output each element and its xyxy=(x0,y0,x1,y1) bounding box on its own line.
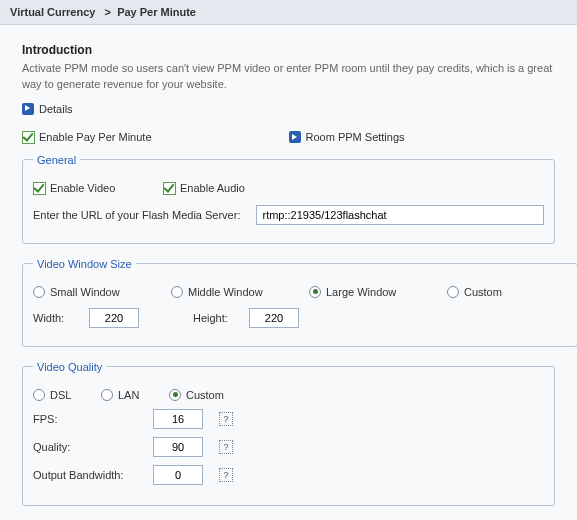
arrow-icon xyxy=(289,131,301,143)
bandwidth-input[interactable] xyxy=(153,465,203,485)
intro-text: Activate PPM mode so users can't view PP… xyxy=(22,61,555,93)
fps-input[interactable] xyxy=(153,409,203,429)
content-area: Introduction Activate PPM mode so users … xyxy=(0,25,577,520)
radio-small-window[interactable]: Small Window xyxy=(33,286,153,298)
quality-input[interactable] xyxy=(153,437,203,457)
quality-label: Quality: xyxy=(33,441,143,453)
window-size-legend: Video Window Size xyxy=(33,258,136,270)
radio-custom-window[interactable]: Custom xyxy=(447,286,567,298)
radio-icon xyxy=(101,389,113,401)
fps-label: FPS: xyxy=(33,413,143,425)
radio-lan[interactable]: LAN xyxy=(101,389,151,401)
breadcrumb-sep: > xyxy=(105,6,111,18)
breadcrumb-page: Pay Per Minute xyxy=(117,6,196,18)
radio-icon xyxy=(169,389,181,401)
radio-icon xyxy=(171,286,183,298)
radio-label: Middle Window xyxy=(188,286,263,298)
intro-title: Introduction xyxy=(22,43,555,57)
radio-icon xyxy=(33,389,45,401)
details-link[interactable]: Details xyxy=(22,103,555,115)
radio-label: LAN xyxy=(118,389,139,401)
breadcrumb-section: Virtual Currency xyxy=(10,6,95,18)
window-size-fieldset: Video Window Size Small Window Middle Wi… xyxy=(22,258,577,347)
flash-url-input[interactable] xyxy=(256,205,544,225)
width-input[interactable] xyxy=(89,308,139,328)
video-quality-legend: Video Quality xyxy=(33,361,106,373)
url-label: Enter the URL of your Flash Media Server… xyxy=(33,209,240,221)
radio-label: Custom xyxy=(186,389,224,401)
radio-large-window[interactable]: Large Window xyxy=(309,286,429,298)
height-label: Height: xyxy=(193,312,237,324)
help-icon[interactable]: ? xyxy=(219,468,233,482)
general-legend: General xyxy=(33,154,80,166)
enable-audio-label: Enable Audio xyxy=(180,182,245,194)
radio-middle-window[interactable]: Middle Window xyxy=(171,286,291,298)
enable-ppm-label: Enable Pay Per Minute xyxy=(39,131,152,143)
details-label[interactable]: Details xyxy=(39,103,73,115)
radio-dsl[interactable]: DSL xyxy=(33,389,83,401)
video-quality-fieldset: Video Quality DSL LAN Custom FPS: ? Qual… xyxy=(22,361,555,506)
bandwidth-label: Output Bandwidth: xyxy=(33,469,143,481)
enable-audio-checkbox[interactable] xyxy=(163,182,176,195)
room-ppm-label[interactable]: Room PPM Settings xyxy=(306,131,405,143)
enable-video-label: Enable Video xyxy=(50,182,115,194)
room-ppm-link[interactable]: Room PPM Settings xyxy=(289,131,556,143)
radio-icon xyxy=(309,286,321,298)
radio-quality-custom[interactable]: Custom xyxy=(169,389,239,401)
arrow-icon xyxy=(22,103,34,115)
radio-label: DSL xyxy=(50,389,71,401)
general-fieldset: General Enable Video Enable Audio Enter … xyxy=(22,154,555,244)
help-icon[interactable]: ? xyxy=(219,440,233,454)
breadcrumb: Virtual Currency > Pay Per Minute xyxy=(0,0,577,25)
radio-label: Custom xyxy=(464,286,502,298)
radio-label: Small Window xyxy=(50,286,120,298)
enable-ppm-checkbox[interactable] xyxy=(22,131,35,144)
radio-label: Large Window xyxy=(326,286,396,298)
radio-icon xyxy=(33,286,45,298)
radio-icon xyxy=(447,286,459,298)
height-input[interactable] xyxy=(249,308,299,328)
width-label: Width: xyxy=(33,312,77,324)
help-icon[interactable]: ? xyxy=(219,412,233,426)
enable-video-checkbox[interactable] xyxy=(33,182,46,195)
